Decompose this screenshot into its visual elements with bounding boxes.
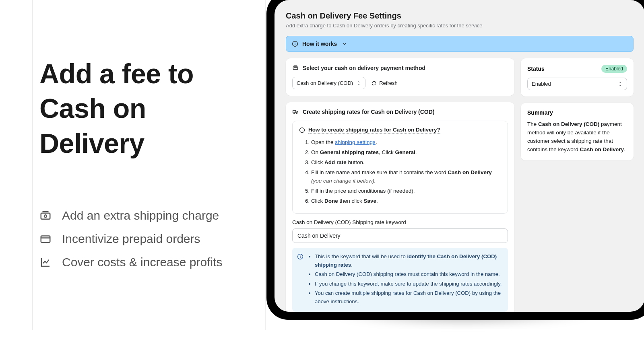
info-icon [292, 41, 298, 47]
step: On General shipping rates, Click General… [311, 148, 501, 157]
status-label: Status [527, 66, 545, 72]
card-title: Select your cash on delivery payment met… [303, 65, 425, 71]
info-item: This is the keyword that will be used to… [315, 253, 502, 269]
headline-line1: Add a fee to [39, 58, 194, 89]
select-value: Enabled [532, 81, 551, 87]
info-item: You can create multiple shipping rates f… [315, 289, 502, 306]
keyword-label: Cash on Delivery (COD) Shipping rate key… [292, 219, 508, 225]
page-title: Cash on Delivery Fee Settings [286, 11, 644, 21]
svg-rect-0 [41, 213, 50, 219]
svg-point-7 [294, 113, 295, 113]
status-select[interactable]: Enabled [527, 78, 627, 90]
feature-list: Add an extra shipping charge Incentivize… [39, 209, 253, 269]
tablet-frame: Cash on Delivery Fee Settings Add extra … [266, 0, 644, 320]
svg-rect-2 [41, 236, 50, 243]
app-screen: Cash on Delivery Fee Settings Add extra … [275, 0, 644, 312]
info-icon [297, 253, 303, 260]
payment-method-card: Select your cash on delivery payment met… [286, 58, 514, 96]
feature-text: Cover costs & increase profits [62, 255, 222, 269]
step: Fill in rate name and make sure that it … [311, 169, 501, 185]
shipping-rates-card: Create shipping rates for Cash on Delive… [286, 102, 514, 312]
summary-card: Summary The Cash on Delivery (COD) payme… [521, 103, 634, 160]
feature-item: Incentivize prepaid orders [39, 232, 253, 246]
card-header: Select your cash on delivery payment met… [292, 65, 508, 71]
card-icon [39, 233, 52, 245]
select-caret-icon [618, 82, 623, 86]
card-header: Create shipping rates for Cash on Delive… [292, 109, 508, 115]
headline: Add a fee to Cash on Delivery [39, 56, 253, 160]
horizontal-rule [0, 330, 644, 330]
keyword-input[interactable] [292, 228, 508, 243]
step: Click Add rate button. [311, 158, 501, 167]
feature-text: Incentivize prepaid orders [62, 232, 200, 246]
select-caret-icon [356, 81, 361, 86]
svg-point-1 [44, 215, 47, 217]
status-badge: Enabled [601, 65, 627, 73]
steps-list: Open the shipping settings. On General s… [311, 138, 501, 205]
refresh-button[interactable]: Refresh [371, 80, 398, 86]
how-it-works-label: How it works [302, 41, 337, 47]
summary-title: Summary [527, 109, 627, 116]
info-list: This is the keyword that will be used to… [315, 253, 502, 307]
info-icon [299, 127, 305, 133]
step: Fill in the price and conditionas (if ne… [311, 187, 501, 195]
keyword-info-box: This is the keyword that will be used to… [292, 248, 508, 312]
info-item: Cash on Delivery (COD) shipping rates mu… [315, 270, 502, 278]
instructions-box: How to create shipping rates for Cash on… [292, 121, 508, 214]
help-title: How to create shipping rates for Cash on… [299, 127, 501, 134]
refresh-label: Refresh [379, 80, 398, 86]
headline-line2: Cash on Delivery [39, 93, 146, 158]
card-title: Create shipping rates for Cash on Delive… [303, 109, 435, 115]
page-subtitle: Add extra charge to Cash on Delivery ord… [286, 23, 644, 29]
cash-icon [39, 210, 52, 222]
svg-point-8 [296, 113, 297, 113]
help-title-text: How to create shipping rates for Cash on… [308, 127, 440, 134]
feature-item: Add an extra shipping charge [39, 209, 253, 222]
feature-item: Cover costs & increase profits [39, 255, 253, 269]
info-item: If you change this keyword, make sure to… [315, 280, 502, 288]
summary-text: The Cash on Delivery (COD) payment metho… [527, 120, 627, 154]
how-it-works-toggle[interactable]: How it works [286, 36, 634, 52]
payment-method-select[interactable]: Cash on Delivery (COD) [292, 77, 365, 89]
status-card: Status Enabled Enabled [521, 58, 634, 97]
wallet-icon [292, 65, 299, 71]
step: Click Done then click Save. [311, 197, 501, 206]
feature-text: Add an extra shipping charge [62, 209, 219, 222]
marketing-panel: Add a fee to Cash on Delivery Add an ext… [0, 0, 266, 330]
step: Open the shipping settings. [311, 138, 501, 147]
refresh-icon [371, 80, 377, 86]
chevron-down-icon [342, 41, 347, 47]
chart-icon [39, 256, 52, 268]
shipping-settings-link[interactable]: shipping settings [335, 139, 376, 145]
truck-icon [292, 109, 299, 115]
select-value: Cash on Delivery (COD) [297, 80, 353, 86]
